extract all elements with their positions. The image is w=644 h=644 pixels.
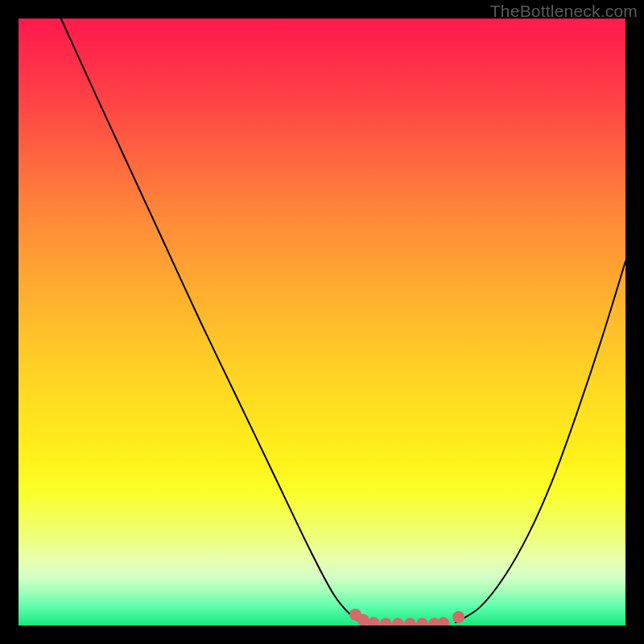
data-marker xyxy=(368,617,380,625)
data-marker xyxy=(380,618,392,625)
data-marker xyxy=(437,617,449,625)
data-marker xyxy=(416,618,428,625)
chart-frame: TheBottleneck.com xyxy=(0,0,644,644)
data-marker xyxy=(404,618,416,625)
series-left-curve xyxy=(61,19,365,624)
curve-layer xyxy=(19,19,625,625)
data-marker xyxy=(452,611,464,623)
watermark-text: TheBottleneck.com xyxy=(490,2,638,21)
plot-area xyxy=(19,19,625,625)
series-right-curve xyxy=(456,262,625,623)
data-marker xyxy=(392,618,404,625)
